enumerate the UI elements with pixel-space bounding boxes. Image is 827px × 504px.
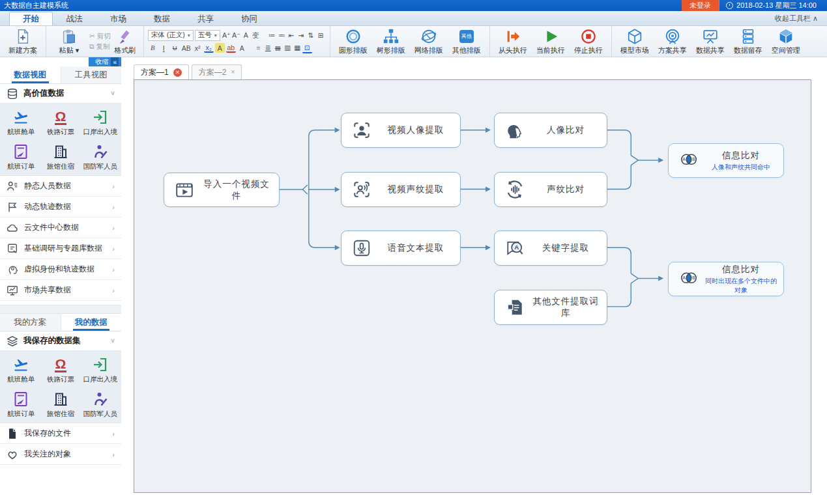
font-grid: 宋体 (正文) ▾ 五号 ▾ A⁺A⁻A变 ≔≕⇤⇥⇅⊞ BIUABx² bbox=[148, 30, 326, 53]
paragraph-tool[interactable]: ≕ bbox=[277, 31, 287, 40]
format-tool[interactable]: I bbox=[159, 43, 169, 53]
format-tool[interactable]: AB bbox=[181, 43, 192, 53]
paragraph-tool[interactable]: ⊞ bbox=[316, 31, 326, 40]
format-tool[interactable]: A⁻ bbox=[231, 30, 241, 40]
dataset-item[interactable]: Ω 铁路订票 bbox=[41, 109, 81, 137]
layout-button[interactable]: 网络排版 bbox=[410, 28, 448, 55]
share-button[interactable]: 数据留存 bbox=[729, 28, 767, 55]
execute-button[interactable]: 从头执行 bbox=[494, 28, 532, 55]
my-tab[interactable]: 我的方案 bbox=[0, 314, 61, 331]
dataset-item[interactable]: 口岸出入境 bbox=[80, 356, 120, 384]
format-tool[interactable]: ab bbox=[226, 43, 236, 53]
flow-node-face-compare[interactable]: 人像比对 bbox=[494, 113, 607, 148]
flow-canvas[interactable]: 导入一个视频文件 视频人像提取 人像比对 bbox=[134, 79, 811, 493]
menu-tab-label: 市场 bbox=[110, 14, 126, 25]
flow-node-keyword[interactable]: A 关键字提取 bbox=[494, 231, 607, 266]
data-category-row[interactable]: 基础调研与专题库数据 › bbox=[0, 238, 121, 259]
flow-node-info-compare-1[interactable]: AB 信息比对 人像和声纹共同命中 bbox=[668, 143, 784, 178]
format-tool[interactable]: U bbox=[170, 43, 180, 53]
dataset-item[interactable]: 口岸出入境 bbox=[80, 109, 120, 137]
share-button[interactable]: 数据共享 bbox=[691, 28, 729, 55]
sidebar-collapse-button[interactable]: 收缩 « bbox=[89, 57, 121, 66]
scheme-tab[interactable]: 方案—2 × bbox=[192, 64, 242, 79]
share-button[interactable]: 模型市场 bbox=[616, 28, 654, 55]
flow-node-speech-text[interactable]: 语音文本提取 bbox=[341, 231, 461, 266]
my-item-row[interactable]: 我保存的文件 › bbox=[0, 423, 121, 444]
data-category-row[interactable]: 动态轨迹数据 › bbox=[0, 197, 121, 217]
paragraph-tool[interactable]: ≡ bbox=[254, 43, 263, 53]
paragraph-tool[interactable]: ▥ bbox=[283, 43, 293, 53]
menu-tab[interactable]: 战法 bbox=[53, 12, 96, 25]
login-status-badge[interactable]: 未登录 bbox=[682, 0, 719, 11]
copy-button[interactable]: ⧉ 复制 bbox=[89, 42, 111, 51]
paragraph-tool[interactable]: ≔ bbox=[267, 31, 277, 40]
share-button[interactable]: 方案共享 bbox=[654, 28, 691, 55]
scheme-tab[interactable]: 方案—1 ✕ bbox=[134, 64, 189, 79]
collapse-toolbar-button[interactable]: 收起工具栏 ∧ bbox=[775, 14, 827, 25]
flow-node-label: 信息比对 bbox=[704, 264, 778, 275]
paragraph-tool[interactable]: ▦ bbox=[293, 43, 302, 53]
flow-node-voice-extract[interactable]: 视频声纹提取 bbox=[341, 172, 461, 207]
cut-button[interactable]: ✂ 剪切 bbox=[89, 32, 111, 41]
paragraph-tool[interactable]: ⇥ bbox=[297, 31, 306, 40]
close-tab-icon[interactable]: × bbox=[231, 69, 235, 76]
flow-node-face-extract[interactable]: 视频人像提取 bbox=[341, 113, 461, 148]
flow-node-voice-compare[interactable]: 声纹比对 bbox=[494, 172, 607, 207]
close-tab-icon[interactable]: ✕ bbox=[173, 68, 182, 77]
format-tool[interactable]: 变 bbox=[251, 31, 261, 40]
format-tool[interactable]: B bbox=[148, 43, 158, 53]
paste-button[interactable]: 粘贴 ▾ bbox=[50, 28, 88, 55]
section-saved-datasets[interactable]: 我保存的数据集 ˅ bbox=[0, 331, 121, 351]
layout-button[interactable]: 圆形排版 bbox=[334, 28, 372, 55]
section-high-value-data[interactable]: 高价值数据 ˅ bbox=[0, 84, 121, 104]
menu-tab[interactable]: 市场 bbox=[96, 12, 140, 25]
data-category-row[interactable]: 云文件中心数据 › bbox=[0, 217, 121, 238]
dataset-item[interactable]: Ω 铁路订票 bbox=[41, 356, 81, 384]
dataset-item[interactable]: 航班订单 bbox=[1, 391, 41, 419]
layout-button[interactable]: 其他 其他排版 bbox=[448, 28, 486, 55]
menu-tab[interactable]: 数据 bbox=[140, 12, 184, 25]
font-family-select[interactable]: 宋体 (正文) ▾ bbox=[148, 30, 194, 41]
paragraph-tool[interactable]: ⇤ bbox=[287, 31, 297, 40]
dataset-item[interactable]: 航班舱单 bbox=[1, 109, 41, 137]
flow-node-other-files[interactable]: 其他文件提取词库 bbox=[494, 290, 607, 325]
my-tab[interactable]: 我的数据 bbox=[61, 314, 122, 331]
dataset-item[interactable]: 航班订单 bbox=[1, 143, 41, 171]
data-category-row[interactable]: 虚拟身份和轨迹数据 › bbox=[0, 259, 121, 280]
format-tool[interactable]: A bbox=[215, 43, 225, 53]
dataset-item[interactable]: 国防军人员 bbox=[80, 391, 120, 419]
paragraph-tool[interactable]: ≣ bbox=[263, 43, 273, 53]
view-tab[interactable]: 工具视图 bbox=[61, 66, 122, 83]
format-tool[interactable]: A bbox=[237, 43, 247, 53]
paragraph-tool[interactable]: ▤ bbox=[273, 43, 283, 53]
dataset-item[interactable]: 旅馆住宿 bbox=[41, 391, 81, 419]
share-button[interactable]: 空间管理 bbox=[767, 28, 805, 55]
format-tool[interactable]: x₂ bbox=[204, 43, 214, 53]
my-items-list: 我保存的文件 › 我关注的对象 › bbox=[0, 423, 121, 465]
format-tool[interactable]: A bbox=[241, 30, 251, 40]
format-painter-button[interactable]: 格式刷 bbox=[111, 28, 139, 55]
dataset-item[interactable]: 旅馆住宿 bbox=[41, 143, 81, 171]
flow-node-info-compare-2[interactable]: AB 信息比对 同时出现在多个文件中的对象 bbox=[668, 262, 784, 296]
chevron-right-icon: › bbox=[112, 287, 115, 294]
new-plan-button[interactable]: 新建方案 bbox=[4, 28, 42, 55]
format-tool[interactable]: A⁺ bbox=[222, 30, 231, 40]
dataset-item[interactable]: 国防军人员 bbox=[80, 143, 120, 171]
execute-button[interactable]: 停止执行 bbox=[570, 28, 607, 55]
dataset-item[interactable]: 航班舱单 bbox=[1, 356, 41, 384]
format-tool[interactable]: x² bbox=[193, 43, 203, 53]
menu-tab[interactable]: 协同 bbox=[227, 12, 271, 25]
menu-tab[interactable]: 开始 bbox=[9, 12, 53, 25]
data-category-row[interactable]: 市场共享数据 › bbox=[0, 280, 121, 301]
paragraph-tool[interactable]: ⊡ bbox=[302, 44, 312, 53]
paragraph-tool[interactable]: ⇅ bbox=[306, 31, 316, 40]
layout-button[interactable]: 树形排版 bbox=[372, 28, 410, 55]
my-item-row[interactable]: 我关注的对象 › bbox=[0, 444, 121, 465]
font-size-select[interactable]: 五号 ▾ bbox=[195, 30, 220, 41]
data-category-row[interactable]: 静态人员数据 › bbox=[0, 176, 121, 197]
view-tab[interactable]: 数据视图 bbox=[0, 66, 61, 83]
execute-button[interactable]: 当前执行 bbox=[532, 28, 570, 55]
menu-tab[interactable]: 共享 bbox=[184, 12, 227, 25]
sidebar-collapse-bar: 收缩 « bbox=[0, 57, 121, 66]
flow-node-import-video[interactable]: 导入一个视频文件 bbox=[164, 173, 280, 207]
